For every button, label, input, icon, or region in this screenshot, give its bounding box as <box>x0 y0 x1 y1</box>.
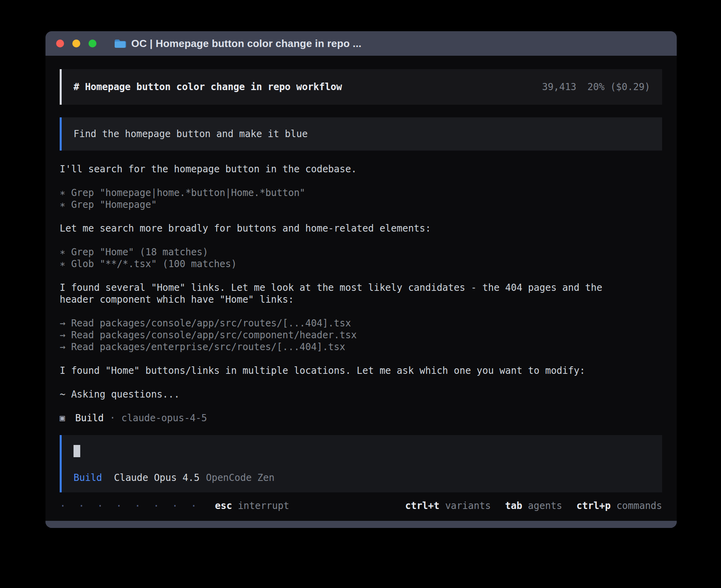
agents-hint: tab agents <box>505 500 562 512</box>
folder-icon <box>114 39 126 49</box>
esc-key-label: esc <box>215 500 232 511</box>
terminal-body: # Homepage button color change in repo w… <box>45 56 677 521</box>
user-message: Find the homepage button and make it blu… <box>60 117 662 151</box>
assistant-status-line: ~ Asking questions... <box>60 388 637 400</box>
agent-separator: · <box>110 412 115 424</box>
tool-call-read: → Read packages/console/app/src/routes/[… <box>60 317 637 329</box>
tool-call-read: → Read packages/enterprise/src/routes/[.… <box>60 341 637 353</box>
commands-hint: ctrl+p commands <box>576 500 662 512</box>
tool-call-grep: ∗ Grep "Home" (18 matches) <box>60 246 637 258</box>
close-window-button[interactable] <box>56 40 64 47</box>
session-header: # Homepage button color change in repo w… <box>60 69 662 105</box>
agent-model: claude-opus-4-5 <box>121 412 207 424</box>
assistant-paragraph: I'll search for the homepage button in t… <box>60 163 637 175</box>
prompt-input[interactable]: Build Claude Opus 4.5 OpenCode Zen <box>60 435 662 492</box>
assistant-paragraph: I found several "Home" links. Let me loo… <box>60 282 637 305</box>
session-stats: 39,413 20% ($0.29) <box>542 81 650 93</box>
window-bottom-edge <box>45 521 677 528</box>
variants-label: variants <box>445 500 491 511</box>
tool-call-read: → Read packages/console/app/src/componen… <box>60 329 637 341</box>
zoom-window-button[interactable] <box>89 40 96 47</box>
tool-call-glob: ∗ Glob "**/*.tsx" (100 matches) <box>60 258 637 270</box>
model-name: Claude Opus 4.5 <box>114 472 200 484</box>
variants-hint: ctrl+t variants <box>405 500 491 512</box>
agents-key: tab <box>505 500 522 511</box>
text-cursor <box>74 445 80 457</box>
spinner-dots: · · · · · · · · <box>60 500 200 512</box>
interrupt-label: interrupt <box>238 500 289 511</box>
tool-call-grep: ∗ Grep "homepage|home.*button|Home.*butt… <box>60 187 637 199</box>
tool-call-group: ∗ Grep "Home" (18 matches) ∗ Glob "**/*.… <box>60 246 637 270</box>
agent-icon: ▣ <box>60 412 65 424</box>
window-title-group: OC | Homepage button color change in rep… <box>114 38 362 50</box>
agents-label: agents <box>528 500 562 511</box>
token-count: 39,413 <box>542 81 576 93</box>
agent-status-row: ▣ Build · claude-opus-4-5 <box>60 412 637 424</box>
user-message-text: Find the homepage button and make it blu… <box>74 128 308 140</box>
interrupt-hint: esc interrupt <box>215 500 289 512</box>
keyboard-hints: ctrl+t variants tab agents ctrl+p comman… <box>405 500 662 512</box>
input-mode-line: Build Claude Opus 4.5 OpenCode Zen <box>74 472 650 484</box>
session-title: # Homepage button color change in repo w… <box>74 81 342 93</box>
minimize-window-button[interactable] <box>72 40 80 47</box>
assistant-paragraph: I found "Home" buttons/links in multiple… <box>60 365 637 377</box>
agent-mode-label: Build <box>74 472 102 484</box>
terminal-window: OC | Homepage button color change in rep… <box>45 31 677 528</box>
assistant-paragraph: Let me search more broadly for buttons a… <box>60 222 637 234</box>
tool-call-group: ∗ Grep "homepage|home.*button|Home.*butt… <box>60 187 637 211</box>
window-titlebar[interactable]: OC | Homepage button color change in rep… <box>45 31 677 56</box>
commands-label: commands <box>616 500 662 511</box>
provider-name: OpenCode Zen <box>206 472 274 484</box>
variants-key: ctrl+t <box>405 500 440 511</box>
status-bar: · · · · · · · · esc interrupt ctrl+t var… <box>60 499 662 513</box>
commands-key: ctrl+p <box>576 500 611 511</box>
tool-call-group: → Read packages/console/app/src/routes/[… <box>60 317 637 353</box>
assistant-response: I'll search for the homepage button in t… <box>60 163 637 424</box>
agent-name: Build <box>75 412 104 424</box>
tool-call-grep: ∗ Grep "Homepage" <box>60 199 637 211</box>
context-usage: 20% ($0.29) <box>587 81 650 93</box>
traffic-lights <box>56 40 96 47</box>
window-title: OC | Homepage button color change in rep… <box>131 38 362 50</box>
